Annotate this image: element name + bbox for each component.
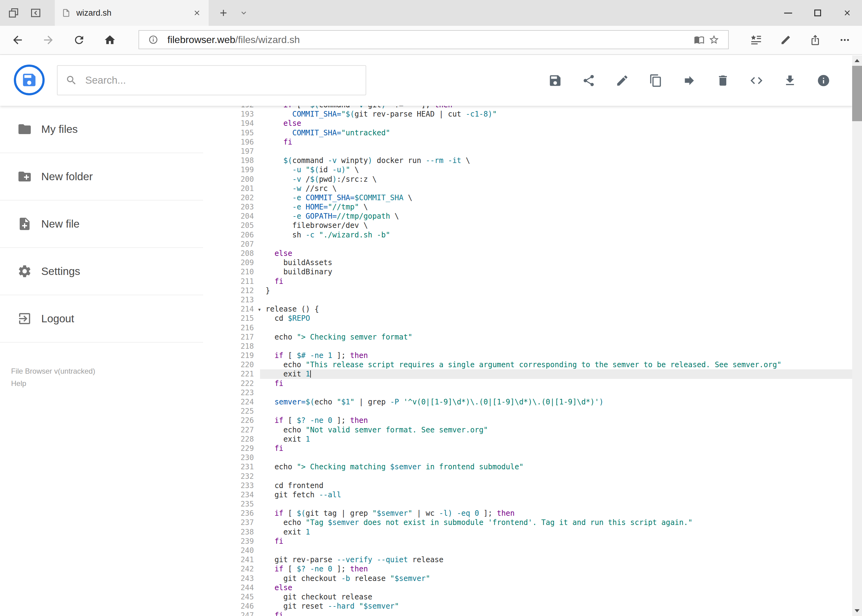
- code-text[interactable]: [260, 388, 852, 398]
- download-button[interactable]: [783, 74, 797, 88]
- refresh-button[interactable]: [69, 26, 89, 54]
- code-text[interactable]: COMMIT_SHA="untracked": [260, 128, 852, 137]
- code-text[interactable]: echo "Tag $semver does not exist in subm…: [260, 518, 852, 527]
- info-button[interactable]: [816, 74, 830, 88]
- tab-list-button[interactable]: [236, 0, 251, 26]
- code-line[interactable]: 202 -e COMMIT_SHA=$COMMIT_SHA \: [203, 193, 852, 202]
- code-line[interactable]: 247 fi: [203, 611, 852, 616]
- rename-button[interactable]: [615, 74, 629, 88]
- ink-button[interactable]: [771, 26, 801, 54]
- code-line[interactable]: 193 COMMIT_SHA="$(git rev-parse HEAD | c…: [203, 110, 852, 119]
- code-text[interactable]: fi: [260, 379, 852, 388]
- code-text[interactable]: $(command -v winpty) docker run --rm -it…: [260, 156, 852, 165]
- code-text[interactable]: [260, 295, 852, 305]
- scrollbar-up-button[interactable]: [852, 55, 862, 66]
- maximize-button[interactable]: [803, 0, 832, 26]
- code-line[interactable]: 230: [203, 453, 852, 462]
- code-line[interactable]: 238 exit 1: [203, 527, 852, 537]
- code-line[interactable]: 219 if [ $# -ne 1 ]; then: [203, 351, 852, 360]
- code-text[interactable]: fi: [260, 277, 852, 286]
- code-line[interactable]: 224 semver=$(echo "$1" | grep -P '^v(0|[…: [203, 398, 852, 407]
- code-line[interactable]: 228 exit 1: [203, 435, 852, 444]
- code-text[interactable]: }: [260, 286, 852, 295]
- code-text[interactable]: -u "$(id -u)" \: [260, 165, 852, 174]
- share-button[interactable]: [581, 74, 596, 88]
- back-button[interactable]: [8, 26, 27, 54]
- code-text[interactable]: git rev-parse --verify --quiet release: [260, 555, 852, 564]
- code-text[interactable]: fi: [260, 611, 852, 616]
- code-text[interactable]: buildAssets: [260, 258, 852, 267]
- code-line[interactable]: 215 cd $REPO: [203, 314, 852, 323]
- code-line[interactable]: 198 $(command -v winpty) docker run --rm…: [203, 156, 852, 165]
- fold-marker-icon[interactable]: ▾: [258, 305, 261, 314]
- code-text[interactable]: cd frontend: [260, 481, 852, 490]
- code-text[interactable]: echo "This release script requires a sin…: [260, 360, 852, 369]
- code-text[interactable]: cd $REPO: [260, 314, 852, 323]
- browser-tab[interactable]: wizard.sh: [55, 0, 209, 26]
- code-text[interactable]: if [ "$(command -v git)" != "" ]; then: [260, 106, 852, 110]
- search-input[interactable]: [85, 74, 358, 86]
- scrollbar-down-button[interactable]: [852, 605, 862, 616]
- new-tab-button[interactable]: [216, 0, 231, 26]
- code-text[interactable]: -e GOPATH=//tmp/gopath \: [260, 212, 852, 221]
- code-line[interactable]: 235: [203, 500, 852, 509]
- code-line[interactable]: 232: [203, 472, 852, 481]
- code-line[interactable]: 236 if [ $(git tag | grep "$semver" | wc…: [203, 509, 852, 518]
- code-text[interactable]: -w //src \: [260, 184, 852, 193]
- code-line[interactable]: 221 exit 1: [203, 369, 852, 379]
- address-bar[interactable]: filebrowser.web/files/wizard.sh: [139, 30, 729, 49]
- code-line[interactable]: 192 if [ "$(command -v git)" != "" ]; th…: [203, 106, 852, 110]
- close-button[interactable]: [832, 0, 862, 26]
- reading-view-button[interactable]: [692, 31, 707, 48]
- code-line[interactable]: 205 filebrowser/dev \: [203, 221, 852, 230]
- scrollbar-thumb[interactable]: [852, 66, 862, 121]
- code-line[interactable]: 239 fi: [203, 537, 852, 546]
- code-text[interactable]: fi: [260, 444, 852, 453]
- code-text[interactable]: fi: [260, 537, 852, 546]
- code-text[interactable]: release () {: [260, 305, 852, 314]
- code-line[interactable]: 231 echo "> Checking matching $semver in…: [203, 462, 852, 471]
- code-text[interactable]: else: [260, 119, 852, 128]
- code-line[interactable]: 234 git fetch --all: [203, 490, 852, 500]
- code-text[interactable]: if [ $# -ne 1 ]; then: [260, 351, 852, 360]
- code-line[interactable]: 242 if [ $? -ne 0 ]; then: [203, 564, 852, 574]
- code-line[interactable]: 218: [203, 342, 852, 351]
- code-text[interactable]: [260, 472, 852, 481]
- code-editor[interactable]: 192 if [ "$(command -v git)" != "" ]; th…: [203, 106, 852, 616]
- site-info-button[interactable]: [146, 31, 161, 48]
- code-line[interactable]: 226 if [ $? -ne 0 ]; then: [203, 416, 852, 425]
- code-line[interactable]: 211 fi: [203, 277, 852, 286]
- code-line[interactable]: 245 git checkout release: [203, 592, 852, 602]
- code-text[interactable]: exit 1: [260, 527, 852, 537]
- code-line[interactable]: 207: [203, 240, 852, 249]
- save-button[interactable]: [548, 74, 562, 88]
- code-line[interactable]: 217 echo "> Checking semver format": [203, 332, 852, 342]
- tab-preview-button[interactable]: [7, 4, 20, 22]
- code-text[interactable]: COMMIT_SHA="$(git rev-parse HEAD | cut -…: [260, 110, 852, 119]
- code-text[interactable]: fi: [260, 137, 852, 147]
- help-link[interactable]: Help: [11, 378, 203, 389]
- code-line[interactable]: 246 git reset --hard "$semver": [203, 602, 852, 611]
- code-line[interactable]: 208 else: [203, 249, 852, 258]
- copy-button[interactable]: [648, 74, 663, 88]
- sidebar-item-new-folder[interactable]: New folder: [0, 153, 203, 201]
- code-text[interactable]: if [ $? -ne 0 ]; then: [260, 416, 852, 425]
- code-text[interactable]: if [ $? -ne 0 ]; then: [260, 564, 852, 574]
- code-line[interactable]: 197: [203, 147, 852, 156]
- code-text[interactable]: echo "> Checking matching $semver in fro…: [260, 462, 852, 471]
- code-line[interactable]: 203 -e HOME="//tmp" \: [203, 202, 852, 212]
- code-text[interactable]: -e COMMIT_SHA=$COMMIT_SHA \: [260, 193, 852, 202]
- code-line[interactable]: 206 sh -c "./wizard.sh -b": [203, 230, 852, 240]
- code-text[interactable]: else: [260, 249, 852, 258]
- forward-button[interactable]: [38, 26, 58, 54]
- code-line[interactable]: 240: [203, 546, 852, 555]
- move-button[interactable]: [682, 74, 697, 88]
- more-button[interactable]: [830, 26, 860, 54]
- code-text[interactable]: git fetch --all: [260, 490, 852, 500]
- code-line[interactable]: 225: [203, 407, 852, 416]
- code-text[interactable]: git checkout -b release "$semver": [260, 574, 852, 583]
- sidebar-item-my-files[interactable]: My files: [0, 106, 203, 153]
- home-button[interactable]: [100, 26, 120, 54]
- code-text[interactable]: echo "Not valid semver format. See semve…: [260, 425, 852, 435]
- code-text[interactable]: -e HOME="//tmp" \: [260, 202, 852, 212]
